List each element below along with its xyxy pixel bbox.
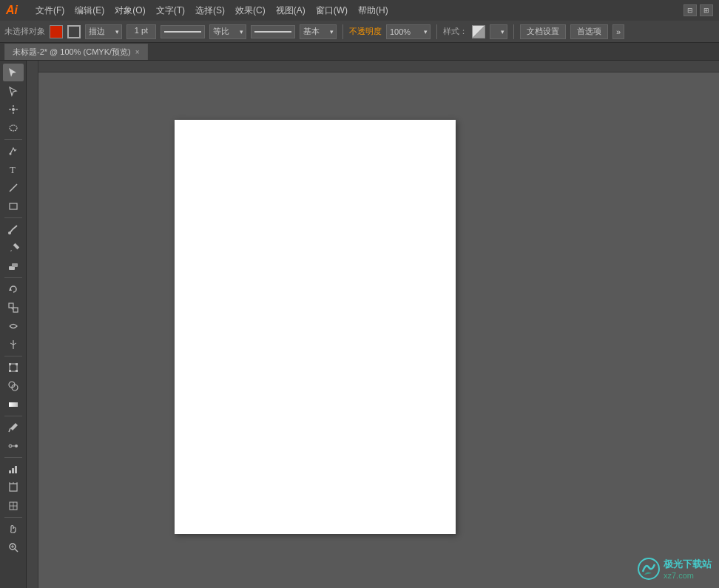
svg-rect-34 <box>15 466 17 473</box>
svg-rect-35 <box>10 484 17 491</box>
svg-text:T: T <box>10 164 16 175</box>
free-transform-tool[interactable] <box>3 359 24 376</box>
line-tool[interactable] <box>3 179 24 197</box>
warp-tool[interactable] <box>3 317 24 335</box>
stroke-width-input[interactable]: 1 pt <box>126 24 156 39</box>
title-icon-1[interactable]: ⊟ <box>683 4 697 16</box>
paintbrush-tool[interactable] <box>3 220 24 238</box>
magic-wand-tool[interactable] <box>3 101 24 118</box>
column-graph-tool[interactable] <box>3 460 24 478</box>
svg-rect-27 <box>9 402 18 407</box>
menu-effect[interactable]: 效果(C) <box>231 3 270 18</box>
doc-settings-button[interactable]: 文档设置 <box>520 24 566 39</box>
menu-select[interactable]: 选择(S) <box>191 3 229 18</box>
watermark: 极光下载站 xz7.com <box>637 557 712 581</box>
svg-rect-16 <box>9 303 13 308</box>
svg-line-8 <box>10 184 17 192</box>
toolbar: T <box>0 61 27 588</box>
separator-3 <box>513 24 514 39</box>
tool-separator-2 <box>4 217 22 218</box>
line-preview-2[interactable] <box>251 25 295 38</box>
line-preview-1[interactable] <box>161 25 205 38</box>
rect-tool[interactable] <box>3 197 24 215</box>
watermark-text: 极光下载站 <box>664 558 712 571</box>
stroke-color-swatch[interactable] <box>67 25 81 38</box>
tab-title: 未标题-2* @ 100% (CMYK/预览) <box>13 47 131 58</box>
style-swatch[interactable] <box>472 25 485 38</box>
gradient-tool[interactable] <box>3 396 24 413</box>
pencil-tool[interactable] <box>3 239 24 257</box>
title-icons: ⊟ ⊞ <box>683 4 713 16</box>
menu-text[interactable]: 文字(T) <box>152 3 189 18</box>
stroke-dropdown[interactable]: 描边 <box>85 24 122 39</box>
lasso-tool[interactable] <box>3 119 24 137</box>
direct-selection-tool[interactable] <box>3 82 24 100</box>
menu-window[interactable]: 窗口(W) <box>311 3 352 18</box>
tool-separator-4 <box>4 356 22 356</box>
rotate-tool[interactable] <box>3 280 24 298</box>
shape-builder-tool[interactable] <box>3 377 24 395</box>
width-tool[interactable] <box>3 336 24 354</box>
selection-tool[interactable] <box>3 64 24 81</box>
extra-button[interactable]: » <box>612 24 624 39</box>
scale-tool[interactable] <box>3 299 24 317</box>
svg-rect-33 <box>12 468 14 473</box>
svg-line-28 <box>9 428 10 432</box>
base-dropdown[interactable]: 基本 <box>300 24 337 39</box>
style-label: 样式： <box>443 26 467 37</box>
tool-separator-3 <box>4 277 22 278</box>
separator-2 <box>436 24 437 39</box>
tab-close-button[interactable]: × <box>135 48 140 56</box>
watermark-subtext: xz7.com <box>664 571 712 580</box>
hand-tool[interactable] <box>3 520 24 538</box>
eyedropper-tool[interactable] <box>3 419 24 436</box>
canvas-area[interactable]: 极光下载站 xz7.com <box>27 61 719 588</box>
artboard <box>175 120 456 534</box>
title-icon-2[interactable]: ⊞ <box>700 4 713 16</box>
tool-separator-1 <box>4 139 22 140</box>
eraser-tool[interactable] <box>3 257 24 275</box>
zoom-tool[interactable] <box>3 538 24 556</box>
svg-point-10 <box>8 232 11 234</box>
svg-rect-14 <box>12 263 18 267</box>
menu-help[interactable]: 帮助(H) <box>354 3 393 18</box>
svg-rect-11 <box>13 243 18 249</box>
style-dropdown[interactable] <box>490 24 507 39</box>
separator-1 <box>342 24 343 39</box>
main-layout: T <box>0 61 719 588</box>
ruler-vertical <box>27 61 38 588</box>
options-bar: 未选择对象 描边 1 pt 等比 基本 不透明度 100% 样式： 文档设置 首… <box>0 21 719 43</box>
watermark-logo <box>637 557 661 581</box>
menu-file[interactable]: 文件(F) <box>31 3 69 18</box>
menu-object[interactable]: 对象(O) <box>110 3 149 18</box>
fill-color-swatch[interactable] <box>50 25 63 38</box>
scale-dropdown[interactable]: 等比 <box>209 24 246 39</box>
artboard-tool[interactable] <box>3 479 24 496</box>
text-tool[interactable]: T <box>3 160 24 178</box>
svg-rect-21 <box>9 363 11 365</box>
pen-tool[interactable] <box>3 142 24 160</box>
svg-point-29 <box>9 445 12 447</box>
svg-marker-15 <box>9 288 12 291</box>
menu-bar: 文件(F) 编辑(E) 对象(O) 文字(T) 选择(S) 效果(C) 视图(A… <box>31 3 678 18</box>
svg-point-30 <box>15 445 18 447</box>
slice-tool[interactable] <box>3 497 24 515</box>
first-item-button[interactable]: 首选项 <box>570 24 608 39</box>
menu-edit[interactable]: 编辑(E) <box>70 3 109 18</box>
svg-point-5 <box>10 125 17 131</box>
svg-point-6 <box>9 153 11 155</box>
svg-point-4 <box>12 108 15 111</box>
svg-rect-23 <box>9 370 11 372</box>
svg-rect-24 <box>16 370 18 372</box>
tool-separator-6 <box>4 457 22 458</box>
document-tab[interactable]: 未标题-2* @ 100% (CMYK/预览) × <box>4 44 148 60</box>
menu-view[interactable]: 视图(A) <box>271 3 310 18</box>
svg-line-43 <box>15 549 18 552</box>
svg-marker-12 <box>10 250 12 251</box>
blend-tool[interactable] <box>3 437 24 455</box>
ruler-horizontal <box>27 61 719 72</box>
no-selection-label: 未选择对象 <box>4 26 45 37</box>
tab-bar: 未标题-2* @ 100% (CMYK/预览) × <box>0 43 719 61</box>
title-bar: Ai 文件(F) 编辑(E) 对象(O) 文字(T) 选择(S) 效果(C) 视… <box>0 0 719 21</box>
opacity-dropdown[interactable]: 100% <box>386 24 431 39</box>
